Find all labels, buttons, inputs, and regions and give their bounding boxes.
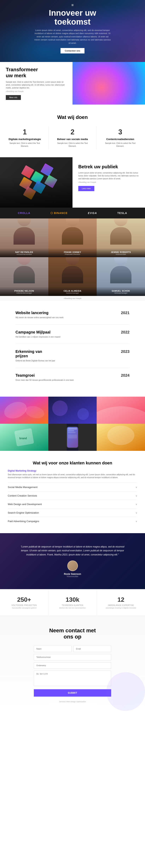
team-section: NAT REYNOLDS Account-accountant FRANK KI… <box>0 218 145 301</box>
hamburger-menu[interactable]: ≡ <box>71 3 74 7</box>
team-member-1: NAT REYNOLDS Account-accountant <box>0 218 48 257</box>
team-name-3: JENNIE ROBERTS <box>99 251 143 253</box>
service-item-4[interactable]: Search Engine Optimization ∨ <box>8 508 137 517</box>
team-member-info-1: NAT REYNOLDS Account-accountant <box>0 248 48 257</box>
milestone-year-2: 2022 <box>121 330 130 335</box>
gallery-item-6 <box>97 424 145 451</box>
team-member-5: CELIA ALMEIDA Kantoormanager <box>48 257 97 296</box>
stat-item-2: 130k TEVREDEN KLANTEN Merken die met ons… <box>48 589 97 616</box>
team-member-info-6: SAMUEL SCHOK Verkoopmanager <box>97 287 145 296</box>
chevron-down-icon-1: ∨ <box>136 486 137 489</box>
gallery-item-1 <box>0 397 48 424</box>
svg-point-4 <box>52 401 68 416</box>
contact-form: SUBMIT <box>34 646 111 696</box>
stat-label-2: TEVREDEN KLANTEN <box>52 604 93 607</box>
hero-subtitle: Lorem ipsum dolor sit amet, consectetur … <box>34 29 111 45</box>
gallery-item-2 <box>48 397 97 424</box>
service-item-name-3: Web Design and Development <box>8 503 42 506</box>
service-name-1: Digitale marketingstrategie <box>8 138 42 141</box>
hex-3 <box>40 163 53 177</box>
chevron-down-icon-5: ∨ <box>136 520 137 523</box>
milestone-3: Erkenning vanprijzen Gekend als Beste Di… <box>15 349 130 362</box>
chevron-down-icon-3: ∨ <box>136 503 137 506</box>
hero-cta-button[interactable]: Contacteer ons <box>61 48 84 54</box>
team-member-4: PHOEBE NELSON Advertentiemanager <box>0 257 48 296</box>
team-member-info-3: JENNIE ROBERTS Vicevoorzitter <box>97 248 145 257</box>
stat-item-1: 250+ VOLTOOIDE PROJECTEN Succesvolle cam… <box>0 589 48 616</box>
team-name-6: SAMUEL SCHOK <box>99 290 143 292</box>
engage-text: Lorem ipsum dolor sit amet, consectetur … <box>78 172 139 180</box>
service-item-name-4: Search Engine Optimization <box>8 511 39 514</box>
service-card-2: 2 Beheer van sociale media Sample text. … <box>53 126 92 150</box>
service-name-3: Contentcreatiediensten <box>103 138 137 141</box>
team-name-5: CELIA ALMEIDA <box>50 290 95 292</box>
team-attribution: Afbeelding van Freepik <box>0 296 145 301</box>
team-member-info-2: FRANK KINNEY Financieel Directeur <box>48 248 97 257</box>
service-item-3[interactable]: Web Design and Development ∨ <box>8 500 137 508</box>
service-item-name-2: Content Creation Services <box>8 494 37 497</box>
service-desc-3: Sample text. Click to select the Text El… <box>103 142 137 148</box>
transform-left: Transformeeruw merk Sample text. Click t… <box>0 62 73 104</box>
team-name-2: FRANK KINNEY <box>50 251 95 253</box>
active-service-desc: Sed ullamcorper varius quis, vel met us … <box>8 473 137 479</box>
transform-image <box>73 62 145 104</box>
milestone-desc-1: Wij vieren de nieuwe online aanwezigheid… <box>15 316 117 319</box>
svg-point-5 <box>77 408 89 420</box>
services-list-section: Wat wij voor onze klanten kunnen doen Di… <box>0 451 145 533</box>
stat-desc-1: Succesvolle campagnes geleird <box>4 607 44 609</box>
chevron-down-icon-4: ∨ <box>136 512 137 514</box>
svg-point-11 <box>107 426 134 445</box>
service-item-2[interactable]: Content Creation Services ∨ <box>8 491 137 500</box>
subject-input[interactable] <box>34 662 111 669</box>
service-item-1[interactable]: Social Media Management ∨ <box>8 483 137 491</box>
milestone-year-1: 2021 <box>121 311 130 315</box>
engage-caption: Afbeelding van Freepik <box>78 181 139 183</box>
transform-btn[interactable]: Meer info <box>6 95 21 100</box>
milestone-title-1: Website lancering <box>15 311 117 315</box>
gallery-item-3 <box>97 397 145 424</box>
message-textarea[interactable] <box>34 671 111 686</box>
brand-binance: ⬡ BINANCE <box>50 212 68 215</box>
hands-overlay <box>0 177 73 208</box>
contact-section: Neem contact metons op SUBMIT Services W… <box>0 616 145 711</box>
stat-desc-2: Merken die met ons samenwerken <box>52 607 93 609</box>
milestone-desc-2: Het bereiken van 1 miljoen impressies in… <box>15 335 117 338</box>
gallery-item-5 <box>48 424 97 451</box>
form-row-1 <box>34 646 111 652</box>
milestone-desc-4: Onze meer dan 50 nieuws gecertificeerde … <box>15 379 117 381</box>
milestone-4: Teamgroei Onze meer dan 50 nieuws gecert… <box>15 373 130 381</box>
engage-title: Betrek uw publiek <box>78 164 139 169</box>
stat-number-3: 12 <box>101 596 141 603</box>
contact-bg-shape <box>106 672 145 711</box>
contact-title: Neem contact metons op <box>15 627 130 640</box>
stat-label-1: VOLTOOIDE PROJECTEN <box>4 604 44 607</box>
active-service-label[interactable]: Digital Marketing Strategy <box>8 469 137 472</box>
services-title: Wat wij doen <box>6 114 139 120</box>
email-input[interactable] <box>73 646 111 652</box>
transform-section: Transformeeruw merk Sample text. Click t… <box>0 62 145 104</box>
team-role-2: Financieel Directeur <box>50 253 95 255</box>
hero-title: Innoveer uwtoekomst <box>49 8 96 26</box>
milestone-year-3: 2023 <box>121 349 130 354</box>
services-list-active: Digital Marketing Strategy Sed ullamcorp… <box>8 469 137 479</box>
engage-right: Betrek uw publiek Lorem ipsum dolor sit … <box>73 157 145 208</box>
service-number-2: 2 <box>56 128 89 136</box>
service-number-1: 1 <box>8 128 42 136</box>
phone-input[interactable] <box>34 654 111 660</box>
engage-section: Betrek uw publiek Lorem ipsum dolor sit … <box>0 157 145 208</box>
team-name-4: PHOEBE NELSON <box>2 290 46 292</box>
service-item-name-1: Social Media Management <box>8 486 37 489</box>
milestone-1: Website lancering Wij vieren de nieuwe o… <box>15 311 130 319</box>
brand-crolla: CROLLA <box>18 212 30 215</box>
testimonial-job-title: Vicevoorzitter <box>67 576 78 578</box>
service-item-5[interactable]: Paid Advertising Campaigns ∨ <box>8 517 137 525</box>
testimonial-name: Roxie Swenson <box>64 573 81 576</box>
stat-item-3: 12 JARENLANGE EXPERTISE Jarenlange ervar… <box>97 589 145 616</box>
milestone-title-3: Erkenning vanprijzen <box>15 349 117 358</box>
milestone-title-2: Campagne Mijlpaal <box>15 330 117 335</box>
service-number-3: 3 <box>103 128 137 136</box>
engage-btn[interactable]: Lees meer <box>78 186 94 191</box>
submit-button[interactable]: SUBMIT <box>34 689 111 696</box>
name-input[interactable] <box>34 646 72 652</box>
svg-text:brand: brand <box>19 437 27 440</box>
